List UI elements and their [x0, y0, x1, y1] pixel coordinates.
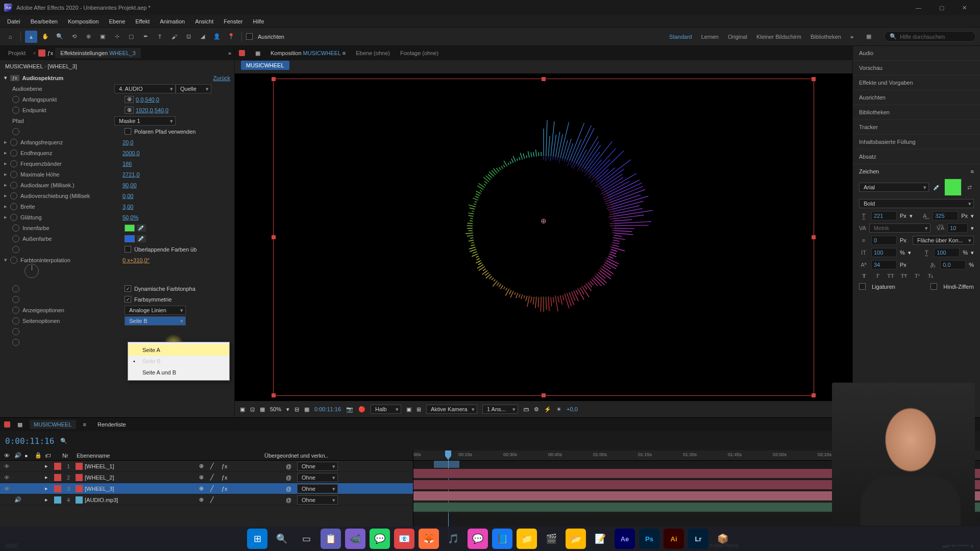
views-dropdown[interactable]: 1 Ans... [482, 405, 518, 414]
stopwatch-icon[interactable] [10, 203, 17, 210]
maximize-button[interactable]: ▢ [930, 0, 953, 15]
prop-uberlapp-checkbox[interactable] [125, 246, 131, 253]
taskbar-app[interactable]: 📦 [713, 529, 733, 549]
exposure-value[interactable]: +0,0 [567, 406, 578, 412]
orbit-tool[interactable]: ⟲ [68, 31, 80, 43]
taskbar-photoshop[interactable]: Ps [639, 529, 659, 549]
brush-tool[interactable]: 🖌 [168, 31, 180, 43]
stopwatch-icon[interactable] [12, 296, 19, 303]
eyedropper-icon[interactable]: 💉 [932, 184, 941, 191]
switch-icon[interactable]: ⊕ [199, 463, 208, 469]
stopwatch-icon[interactable] [12, 107, 19, 114]
parent-pickwhip-icon[interactable]: @ [286, 463, 295, 469]
workspace-grid-icon[interactable]: ▦ [863, 31, 875, 43]
stopwatch-icon[interactable] [12, 96, 19, 103]
switch-icon[interactable]: ╱ [210, 463, 219, 469]
stopwatch-icon[interactable] [12, 128, 19, 135]
dropdown-icon[interactable]: ▾ [908, 249, 911, 256]
layer-row[interactable]: 👁 ▸ 3 [WHEEL_3] ⊕ ╱ ƒx @ Ohne [0, 483, 413, 494]
rotate-tool[interactable]: ⊕ [82, 31, 94, 43]
crosshair-icon[interactable]: ⊕ [125, 96, 134, 103]
pen-tool[interactable]: ✒ [139, 31, 152, 43]
panel-effekte[interactable]: Effekte und Vorgaben [853, 76, 980, 90]
taskbar-lightroom[interactable]: Lr [688, 529, 708, 549]
taskbar-app[interactable]: 📹 [345, 529, 365, 549]
eyedropper-icon[interactable]: 💉 [137, 224, 146, 232]
stopwatch-icon[interactable] [10, 149, 17, 157]
taskbar-firefox[interactable]: 🦊 [419, 529, 439, 549]
workspace-lernen[interactable]: Lernen [701, 34, 719, 40]
mask-icon[interactable]: ▦ [260, 406, 265, 413]
panel-bibliotheken[interactable]: Bibliotheken [853, 105, 980, 120]
menu-ansicht[interactable]: Ansicht [190, 17, 218, 26]
crosshair-icon[interactable]: ⊕ [125, 107, 134, 114]
stopwatch-icon[interactable] [12, 328, 19, 335]
taskbar-app[interactable]: 📋 [321, 529, 341, 549]
parent-dropdown[interactable]: Ohne [297, 484, 338, 493]
prop-glattung-value[interactable]: 50,0% [122, 214, 138, 220]
tab-footage[interactable]: Footage (ohne) [400, 50, 438, 56]
menu-animation[interactable]: Animation [155, 17, 190, 26]
parent-dropdown[interactable]: Ohne [297, 495, 338, 505]
label-color[interactable] [54, 496, 61, 504]
superscript-button[interactable]: T¹ [912, 272, 922, 279]
hscale-input[interactable]: 100 [934, 248, 960, 257]
stopwatch-icon[interactable] [12, 317, 19, 324]
twirl-icon[interactable]: ▾ [4, 257, 10, 263]
font-family-dropdown[interactable]: Arial [859, 183, 929, 192]
prop-maxhohe-value[interactable]: 2721,0 [122, 171, 140, 178]
twirl-icon[interactable]: ▸ [4, 203, 10, 210]
stopwatch-icon[interactable] [12, 285, 19, 292]
taskbar-explorer[interactable]: 📂 [566, 529, 586, 549]
popup-seite-ab[interactable]: Seite A und B [128, 367, 229, 378]
prop-audiodauer-value[interactable]: 90,00 [122, 182, 137, 188]
stopwatch-icon[interactable] [10, 192, 17, 199]
panel-menu-icon[interactable]: » [228, 50, 231, 56]
start-button[interactable]: ⊞ [247, 529, 267, 549]
work-area-bar[interactable] [434, 461, 459, 468]
snap-toggle[interactable]: Ausrichten [246, 33, 284, 40]
comp-crumb-name[interactable]: MUSICWHEEL [241, 61, 289, 70]
prop-bander-value[interactable]: 186 [122, 161, 132, 167]
stopwatch-icon[interactable] [12, 307, 19, 314]
twirl-icon[interactable]: ▸ [45, 496, 52, 503]
hand-tool[interactable]: ✋ [39, 31, 52, 43]
kerning-dropdown[interactable]: Metrik [869, 223, 930, 233]
switch-icon[interactable]: ╱ [210, 496, 219, 503]
fx-switch[interactable]: ƒx [222, 463, 231, 469]
stopwatch-icon[interactable] [10, 139, 17, 146]
camera-tool[interactable]: ▣ [96, 31, 109, 43]
ligatures-checkbox[interactable] [859, 283, 866, 290]
3d-icon[interactable]: 🗃 [523, 406, 529, 412]
camera-dropdown[interactable]: Aktive Kamera [426, 405, 477, 414]
snapshot-icon[interactable]: 📷 [346, 406, 353, 413]
layer-name[interactable]: [AUDIO.mp3] [85, 497, 197, 503]
transparency-icon[interactable]: ▦ [304, 406, 309, 413]
swap-colors-icon[interactable]: ⇄ [965, 184, 974, 191]
eraser-tool[interactable]: ◢ [197, 31, 209, 43]
angle-dial[interactable] [24, 264, 39, 278]
taskbar-search[interactable]: 🔍 [272, 529, 292, 549]
twirl-icon[interactable]: ▸ [45, 474, 52, 481]
prop-audioversch-value[interactable]: 0,00 [122, 193, 133, 199]
prop-breite-value[interactable]: 3,00 [122, 204, 133, 210]
workspace-overflow[interactable]: » [850, 34, 853, 40]
baseline-input[interactable]: 34 [871, 260, 897, 269]
layer-row[interactable]: 👁 ▸ 1 [WHEEL_1] ⊕ ╱ ƒx @ Ohne [0, 461, 413, 472]
tl-search-icon[interactable]: 🔍 [60, 438, 67, 444]
effect-twirl-icon[interactable]: ▾ [4, 74, 7, 81]
stamp-tool[interactable]: ⊡ [182, 31, 194, 43]
tab-close-icon[interactable]: × [33, 50, 36, 56]
fast-preview-icon[interactable]: ⚡ [544, 406, 551, 413]
tab-projekt[interactable]: Projekt [3, 48, 31, 58]
stopwatch-icon[interactable] [10, 214, 17, 221]
subscript-button[interactable]: T₁ [925, 272, 936, 279]
stopwatch-icon[interactable] [12, 224, 19, 232]
layer-name[interactable]: [WHEEL_1] [85, 463, 197, 469]
fx-switch[interactable]: ƒx [222, 474, 231, 481]
parent-dropdown[interactable]: Ohne [297, 462, 338, 471]
switch-icon[interactable]: ╱ [210, 474, 219, 481]
stopwatch-icon[interactable] [10, 257, 17, 264]
prop-pfad-dropdown[interactable]: Maske 1 [114, 116, 176, 126]
dropdown-icon[interactable]: ▾ [910, 213, 913, 219]
